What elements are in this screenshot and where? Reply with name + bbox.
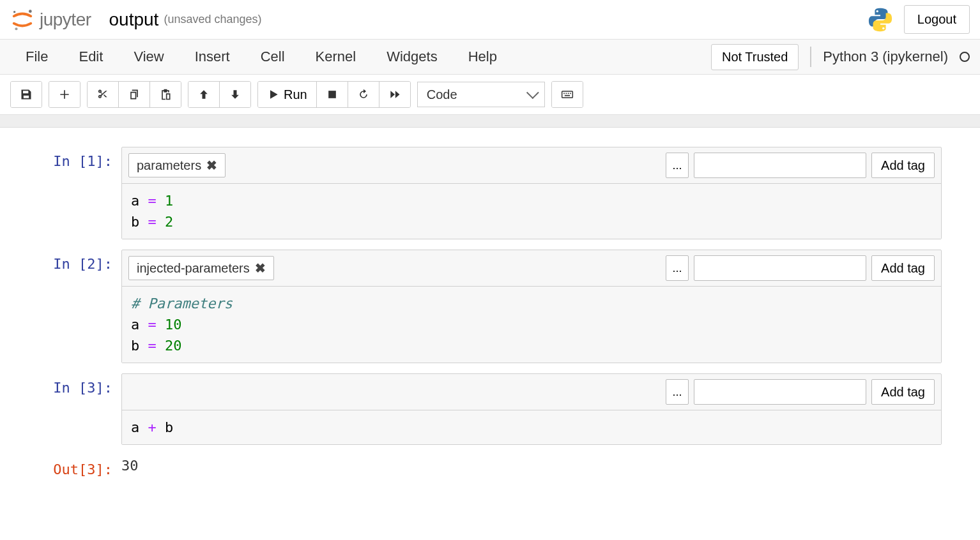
unsaved-changes-label: (unsaved changes) [164, 13, 261, 26]
notebook-container: In [1]: parameters ✖ ... Add tag a = 1 b… [0, 128, 980, 497]
paste-icon [159, 88, 172, 101]
code-cell[interactable]: In [2]: injected-parameters ✖ ... Add ta… [26, 250, 942, 363]
cell-tag: injected-parameters ✖ [128, 256, 274, 280]
add-tag-button[interactable]: Add tag [871, 153, 935, 178]
tag-label: parameters [137, 158, 201, 173]
play-icon [267, 88, 280, 101]
svg-point-1 [13, 10, 15, 12]
cell-type-value: Code [427, 87, 457, 102]
run-label: Run [284, 87, 307, 102]
input-prompt: In [1]: [26, 147, 121, 239]
add-tag-button[interactable]: Add tag [871, 255, 935, 281]
menu-edit[interactable]: Edit [63, 43, 118, 70]
restart-icon [357, 88, 370, 101]
trust-button[interactable]: Not Trusted [711, 44, 799, 70]
code-cell[interactable]: In [3]: ... Add tag a + b [26, 373, 942, 445]
arrow-down-icon [229, 88, 241, 101]
svg-point-0 [29, 10, 32, 13]
tag-more-button[interactable]: ... [666, 153, 689, 178]
python-logo-icon [867, 6, 894, 33]
notebook-header: jupyter output (unsaved changes) Logout [0, 0, 980, 40]
plus-icon [58, 88, 71, 101]
menu-widgets[interactable]: Widgets [371, 43, 452, 70]
keyboard-icon [561, 88, 574, 101]
insert-cell-button[interactable] [49, 82, 80, 107]
toolbar-bottom-strip [0, 115, 980, 128]
svg-rect-6 [562, 91, 572, 98]
menu-view[interactable]: View [118, 43, 179, 70]
command-palette-button[interactable] [552, 82, 583, 107]
code-cell[interactable]: In [1]: parameters ✖ ... Add tag a = 1 b… [26, 147, 942, 239]
move-down-button[interactable] [220, 82, 250, 107]
output-row: Out[3]: 30 [26, 455, 942, 477]
cut-button[interactable] [88, 82, 119, 107]
menu-file[interactable]: File [10, 43, 63, 70]
notebook-title[interactable]: output [109, 10, 159, 30]
scissors-icon [96, 88, 109, 101]
tag-input[interactable] [694, 153, 866, 178]
kernel-name-label[interactable]: Python 3 (ipykernel) [823, 49, 948, 65]
tag-more-button[interactable]: ... [666, 255, 689, 281]
jupyter-logo[interactable]: jupyter [10, 8, 91, 32]
svg-rect-8 [565, 93, 567, 94]
menu-help[interactable]: Help [453, 43, 512, 70]
menu-insert[interactable]: Insert [180, 43, 245, 70]
logout-button[interactable]: Logout [904, 5, 970, 34]
kernel-separator [810, 47, 811, 67]
kernel-idle-indicator-icon [960, 52, 970, 62]
svg-rect-11 [565, 95, 570, 96]
svg-point-2 [15, 27, 17, 30]
jupyter-orbit-icon [10, 8, 34, 32]
run-button[interactable]: Run [258, 82, 317, 107]
tag-remove-icon[interactable]: ✖ [206, 158, 217, 173]
paste-button[interactable] [150, 82, 181, 107]
output-text: 30 [121, 455, 139, 477]
copy-button[interactable] [119, 82, 150, 107]
svg-point-4 [882, 27, 884, 29]
tag-input[interactable] [694, 379, 866, 405]
code-input-area[interactable]: # Parameters a = 10 b = 20 [122, 287, 941, 363]
svg-rect-5 [328, 91, 336, 98]
tag-remove-icon[interactable]: ✖ [255, 260, 266, 276]
save-icon [20, 88, 33, 101]
add-tag-button[interactable]: Add tag [871, 379, 935, 405]
menu-cell[interactable]: Cell [245, 43, 300, 70]
tag-row: parameters ✖ ... Add tag [122, 147, 941, 184]
copy-icon [128, 88, 141, 101]
input-prompt: In [2]: [26, 250, 121, 363]
svg-point-3 [876, 10, 878, 11]
tag-row: injected-parameters ✖ ... Add tag [122, 250, 941, 287]
menubar: File Edit View Insert Cell Kernel Widget… [0, 40, 980, 75]
jupyter-brand-text: jupyter [40, 10, 91, 30]
fast-forward-icon [388, 88, 401, 101]
restart-button[interactable] [348, 82, 379, 107]
cell-tag: parameters ✖ [128, 153, 226, 177]
input-prompt: In [3]: [26, 373, 121, 445]
move-up-button[interactable] [188, 82, 220, 107]
code-input-area[interactable]: a = 1 b = 2 [122, 184, 941, 239]
svg-rect-7 [563, 93, 565, 94]
menu-kernel[interactable]: Kernel [300, 43, 372, 70]
tag-label: injected-parameters [137, 261, 250, 276]
arrow-up-icon [197, 88, 210, 101]
toolbar: Run Code [0, 75, 980, 115]
tag-row: ... Add tag [122, 374, 941, 410]
svg-rect-10 [570, 93, 571, 94]
restart-run-all-button[interactable] [379, 82, 410, 107]
cell-type-select[interactable]: Code [417, 82, 545, 107]
svg-rect-9 [568, 93, 569, 94]
stop-icon [326, 88, 339, 101]
interrupt-button[interactable] [317, 82, 348, 107]
output-prompt: Out[3]: [26, 455, 121, 477]
code-input-area[interactable]: a + b [122, 410, 941, 444]
tag-input[interactable] [694, 255, 866, 281]
save-button[interactable] [11, 82, 42, 107]
tag-more-button[interactable]: ... [666, 379, 689, 405]
